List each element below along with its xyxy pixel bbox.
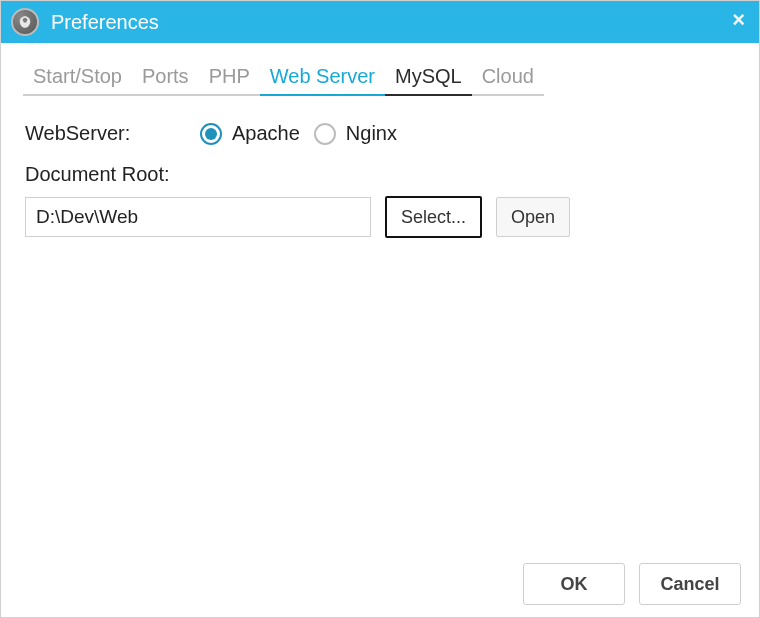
select-button[interactable]: Select... [385,196,482,238]
webserver-row: WebServer: Apache Nginx [25,122,735,145]
ok-button[interactable]: OK [523,563,625,605]
document-root-input[interactable] [25,197,371,237]
webserver-label: WebServer: [25,122,200,145]
radio-nginx[interactable]: Nginx [314,122,397,145]
tab-bar: Start/Stop Ports PHP Web Server MySQL Cl… [1,43,759,96]
titlebar: Preferences × [1,1,759,43]
tab-content-web-server: WebServer: Apache Nginx Document Root: S… [1,96,759,238]
radio-unchecked-icon [314,123,336,145]
close-icon[interactable]: × [732,9,745,31]
document-root-row: Select... Open [25,196,735,238]
open-button[interactable]: Open [496,197,570,237]
preferences-dialog: Preferences × Start/Stop Ports PHP Web S… [0,0,760,618]
webserver-radio-group: Apache Nginx [200,122,397,145]
radio-apache[interactable]: Apache [200,122,300,145]
scrollbar-track [753,173,759,403]
radio-nginx-label: Nginx [346,122,397,145]
tab-cloud[interactable]: Cloud [472,61,544,96]
window-title: Preferences [51,11,159,34]
tab-start-stop[interactable]: Start/Stop [23,61,132,96]
radio-checked-icon [200,123,222,145]
tab-mysql[interactable]: MySQL [385,61,472,96]
cancel-button[interactable]: Cancel [639,563,741,605]
dialog-footer: OK Cancel [523,563,741,605]
tab-web-server[interactable]: Web Server [260,61,385,96]
document-root-label: Document Root: [25,163,735,186]
tab-php[interactable]: PHP [199,61,260,96]
mamp-icon [11,8,39,36]
radio-apache-label: Apache [232,122,300,145]
tab-ports[interactable]: Ports [132,61,199,96]
